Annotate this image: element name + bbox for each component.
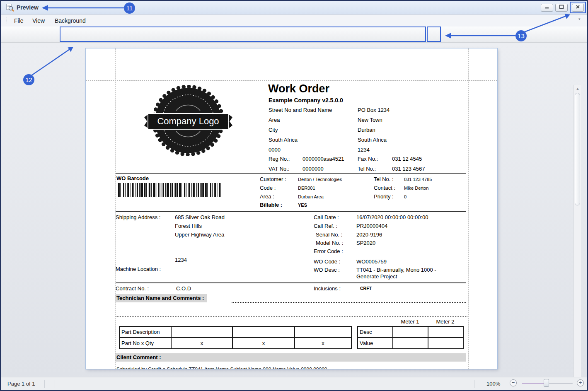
tel-label: Tel No.: [358, 166, 376, 172]
right-margin-guide [468, 48, 469, 369]
call-ref-value: PRJ0000404 [356, 223, 387, 229]
wo-code-label: WO Code : [314, 258, 340, 265]
address-line: PO Box 1234 [358, 107, 390, 113]
serial-label: Serial No. : [316, 232, 342, 238]
close-button-highlight-box [570, 2, 586, 13]
maximize-button[interactable] [555, 4, 568, 12]
vat-value: 0000000 [302, 166, 324, 172]
zoom-percent: 100% [486, 381, 500, 387]
callout-13: 13 [515, 30, 527, 41]
divider [116, 211, 466, 212]
inclusions-label: Inclusions : [314, 285, 341, 292]
cust-tel-value: 031 123 4785 [404, 177, 432, 182]
menu-bar: File View Background [1, 15, 587, 27]
barcode-label: WO Barcode [116, 175, 149, 181]
customer-value: Derton / Technologies [298, 177, 342, 182]
clipped-text-line: Scheduled by Credit a Schedule TT041 Ite… [116, 367, 327, 369]
minimize-button[interactable] [541, 4, 553, 12]
menu-file[interactable]: File [12, 17, 26, 25]
company-name: Example Company v2.5.0.0 [269, 97, 343, 104]
inclusions-value: CRFT [360, 286, 372, 291]
top-margin-guide [86, 80, 497, 81]
client-comment-label: Client Comment : [116, 353, 466, 362]
parts-cell: Part No x Qty [119, 338, 171, 349]
callout-12: 12 [23, 74, 34, 85]
shipping-label: Shipping Address : [116, 214, 160, 220]
report-title: Work Order [268, 82, 329, 95]
serial-value: 2020-9196 [356, 232, 382, 238]
title-bar: Preview [1, 1, 587, 14]
toolbar: 100 % [1, 27, 587, 43]
preview-window: Preview File View Background ▾ [0, 0, 588, 391]
scrollbar-thumb[interactable] [575, 93, 580, 205]
contact-label: Contact : [374, 185, 395, 191]
parts-cell [295, 326, 351, 338]
fax-value: 031 12 4545 [392, 156, 422, 162]
wo-code-value: WO0005759 [356, 258, 387, 265]
parts-cell [232, 326, 295, 338]
zoom-out-status-button[interactable]: − [510, 379, 517, 386]
model-label: Model No. : [316, 240, 343, 246]
parts-cell: Part Description [119, 326, 171, 338]
error-code-label: Error Code : [314, 248, 343, 254]
priority-value: 0 [404, 194, 407, 199]
parts-cell: x [232, 338, 295, 349]
machine-location-label: Machine Location : [116, 266, 161, 272]
meter-cell [428, 338, 463, 349]
comments-line [232, 302, 466, 303]
scroll-up-icon[interactable]: ▲ [575, 87, 580, 91]
menu-view[interactable]: View [30, 17, 47, 25]
address-line: 1234 [358, 147, 370, 153]
parts-cell: x [295, 338, 351, 349]
parts-table: Part Description Part No x Qty x x x [119, 326, 352, 349]
zoom-in-status-button[interactable]: + [577, 379, 584, 386]
fax-label: Fax No.: [358, 156, 378, 162]
window-title: Preview [17, 4, 39, 11]
call-ref-label: Call Ref. : [314, 223, 337, 229]
meter-table: Desc Value [357, 326, 464, 349]
comments-line [116, 316, 467, 317]
shipping-line: Upper Highway Area [175, 232, 224, 238]
code-label: Code : [260, 185, 276, 191]
toolbar-options-chevron-icon[interactable]: ▾ [578, 17, 581, 21]
page-info: Page 1 of 1 [7, 381, 35, 387]
meter2-header: Meter 2 [428, 319, 463, 325]
code-value: DER001 [298, 186, 315, 191]
shipping-line: 685 Silver Oak Road [175, 214, 225, 220]
billable-label: Billable : [260, 202, 282, 208]
menu-background[interactable]: Background [52, 17, 88, 25]
toolbar-highlight-box [60, 27, 426, 42]
report-page: Company Logo Work Order Example Company … [86, 48, 497, 369]
menubar-grip[interactable] [6, 17, 7, 24]
parts-cell: x [171, 338, 232, 349]
close-preview-highlight-box [427, 27, 441, 42]
shipping-line: Forest Hills [175, 223, 202, 229]
divider [116, 282, 466, 283]
reg-value: 0000000asa4521 [302, 156, 344, 162]
vertical-scrollbar[interactable]: ▲ ▼ [573, 85, 581, 391]
address-line: 0000 [269, 147, 281, 153]
meter-cell [393, 338, 428, 349]
meter-cell: Desc [358, 326, 393, 338]
left-margin-guide [115, 48, 116, 369]
tel-value: 031 123 4567 [392, 166, 425, 172]
address-line: South Africa [269, 137, 298, 143]
status-bar: Page 1 of 1 100% − + [1, 377, 587, 391]
shipping-postal: 1234 [175, 257, 187, 263]
billable-value: YES [298, 203, 307, 208]
wo-barcode [118, 183, 221, 197]
contact-value: Mike Derton [404, 186, 428, 191]
wo-desc-value: TT041 - Bi-annually, Mono 1000 - Generat… [356, 267, 456, 280]
meter-cell [428, 326, 463, 338]
cust-tel-label: Tel No. : [374, 176, 394, 182]
call-date-value: 16/07/2020 00:00:00 00:00:00 [356, 214, 428, 220]
zoom-slider-thumb[interactable] [544, 379, 549, 387]
preview-area: Company Logo Work Order Example Company … [1, 43, 587, 377]
divider [116, 173, 466, 174]
address-line: South Africa [358, 137, 387, 143]
meter1-header: Meter 1 [392, 319, 428, 325]
technician-label: Technician Name and Comments : [116, 294, 207, 302]
company-logo: Company Logo [144, 85, 233, 156]
priority-label: Priority : [374, 193, 394, 200]
logo-text: Company Logo [157, 116, 219, 126]
